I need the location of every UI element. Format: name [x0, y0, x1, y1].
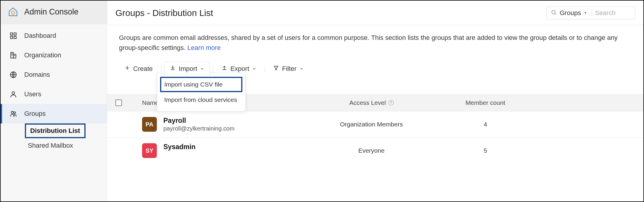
main: Groups - Distribution List Groups Groups…	[107, 1, 643, 201]
svg-point-13	[11, 111, 14, 114]
avatar: PA	[142, 117, 157, 132]
caret-down-icon	[583, 9, 587, 17]
svg-marker-20	[274, 66, 278, 70]
sidebar-item-label: Organization	[24, 51, 61, 59]
sidebar-item-label: Groups	[24, 110, 46, 118]
toolbar: Create Import Export	[107, 56, 643, 79]
search-scope-dropdown[interactable]: Groups	[560, 9, 592, 17]
toolbar-divider	[265, 65, 265, 72]
svg-rect-1	[10, 33, 13, 35]
create-button[interactable]: Create	[119, 62, 158, 76]
search-wrap: Groups	[546, 6, 635, 19]
search-icon	[551, 9, 557, 17]
toolbar-divider	[161, 65, 161, 72]
svg-rect-2	[14, 33, 16, 35]
chevron-down-icon	[300, 67, 304, 71]
svg-rect-4	[14, 36, 16, 39]
help-icon[interactable]: ?	[388, 100, 394, 105]
access-level: Organization Members	[308, 121, 435, 128]
chevron-down-icon	[252, 67, 256, 71]
svg-rect-3	[10, 36, 13, 39]
table-row[interactable]: PA Payroll payroll@zylkertraining.com Or…	[107, 111, 643, 138]
import-csv-item[interactable]: Import using CSV file	[160, 77, 242, 92]
avatar: SY	[142, 143, 157, 158]
group-name: Payroll	[163, 117, 234, 125]
sidebar-item-domains[interactable]: Domains	[1, 65, 107, 84]
svg-point-14	[14, 112, 16, 114]
user-icon	[9, 90, 18, 99]
upload-icon	[221, 65, 227, 73]
dashboard-icon	[9, 31, 18, 40]
sidebar-item-label: Dashboard	[24, 32, 56, 40]
import-button[interactable]: Import	[164, 62, 210, 76]
th-count[interactable]: Member count	[435, 99, 536, 106]
table-row[interactable]: SY Sysadmin sysadmin@zylkertraining.com …	[107, 138, 643, 164]
sidebar-item-label: Users	[24, 90, 41, 98]
search-input[interactable]	[595, 9, 630, 17]
filter-button[interactable]: Filter	[268, 62, 309, 76]
filter-label: Filter	[282, 65, 297, 73]
globe-icon	[9, 70, 18, 79]
th-access[interactable]: Access Level ?	[308, 99, 435, 106]
sidebar-item-users[interactable]: Users	[1, 84, 107, 104]
svg-rect-6	[13, 54, 16, 58]
group-name: Sysadmin	[163, 143, 242, 151]
member-count: 5	[435, 147, 536, 154]
sidebar-item-dashboard[interactable]: Dashboard	[1, 26, 107, 45]
svg-point-12	[12, 92, 15, 94]
download-icon	[170, 65, 176, 73]
groups-icon	[9, 109, 18, 118]
sidebar-subitem-distribution-list[interactable]: Distribution List	[25, 123, 86, 138]
select-all-checkbox[interactable]	[115, 100, 122, 106]
import-dropdown: Import using CSV file Import from cloud …	[157, 73, 246, 111]
brand-icon	[7, 6, 19, 18]
brand-title: Admin Console	[24, 7, 78, 17]
create-label: Create	[133, 65, 153, 73]
main-header: Groups - Distribution List Groups	[107, 1, 643, 25]
sidebar-item-label: Domains	[24, 71, 50, 79]
sidebar-nav: Dashboard Organization Domains Users	[1, 24, 107, 155]
chevron-down-icon	[200, 67, 204, 71]
description: Groups are common email addresses, share…	[107, 25, 643, 56]
filter-icon	[273, 65, 279, 73]
th-access-label: Access Level	[349, 99, 386, 106]
sidebar-subitem-shared-mailbox[interactable]: Shared Mailbox	[25, 138, 76, 153]
member-count: 4	[435, 121, 536, 128]
svg-marker-17	[585, 12, 587, 14]
import-label: Import	[179, 65, 197, 73]
sidebar-header: Admin Console	[1, 1, 107, 24]
sidebar: Admin Console Dashboard Organization Dom…	[1, 1, 107, 201]
import-cloud-item[interactable]: Import from cloud services	[160, 92, 242, 107]
export-label: Export	[230, 65, 249, 73]
svg-line-16	[555, 13, 556, 14]
search-scope-label: Groups	[560, 9, 581, 17]
learn-more-link[interactable]: Learn more	[187, 44, 221, 51]
page-title: Groups - Distribution List	[115, 8, 213, 18]
access-level: Everyone	[308, 147, 435, 154]
organization-icon	[9, 51, 18, 60]
toolbar-divider	[213, 65, 213, 72]
sidebar-item-groups[interactable]: Groups	[1, 104, 107, 123]
group-email: payroll@zylkertraining.com	[163, 125, 234, 132]
sidebar-subnav: Distribution List Shared Mailbox	[1, 123, 107, 155]
sidebar-item-organization[interactable]: Organization	[1, 45, 107, 65]
plus-icon	[124, 65, 130, 73]
